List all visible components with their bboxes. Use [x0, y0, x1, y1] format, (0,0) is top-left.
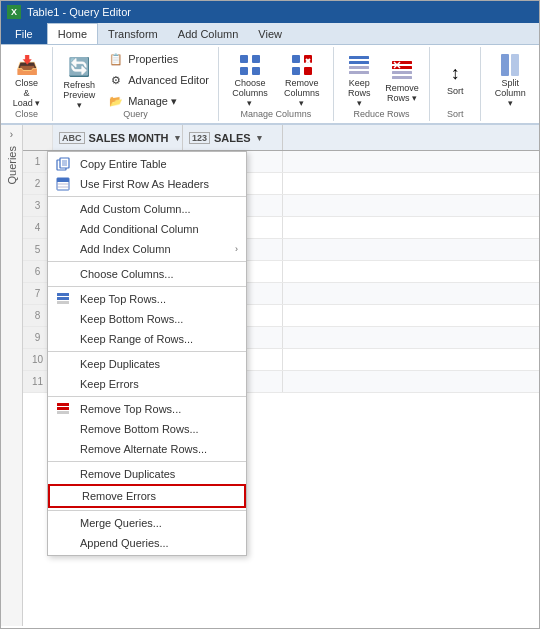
- sep3: [48, 286, 246, 287]
- tab-home[interactable]: Home: [47, 23, 98, 44]
- left-sidebar: › Queries: [1, 125, 23, 626]
- svg-rect-35: [57, 407, 69, 410]
- header-sales-month[interactable]: ABC SALES MONTH ▾: [53, 125, 183, 150]
- svg-rect-31: [57, 293, 69, 296]
- menu-copy-entire-table[interactable]: Copy Entire Table: [48, 154, 246, 174]
- remove-rows-button[interactable]: RemoveRows ▾: [381, 54, 423, 106]
- menu-add-custom-column[interactable]: Add Custom Column...: [48, 199, 246, 219]
- svg-rect-34: [57, 403, 69, 406]
- menu-append-queries-label: Append Queries...: [80, 537, 169, 549]
- menu-keep-bottom-rows[interactable]: Keep Bottom Rows...: [48, 309, 246, 329]
- choose-columns-button[interactable]: ChooseColumns ▾: [225, 49, 275, 111]
- split-column-button[interactable]: SplitColumn ▾: [487, 49, 533, 111]
- refresh-label: RefreshPreview ▾: [63, 81, 95, 111]
- svg-rect-6: [292, 67, 300, 75]
- menu-add-conditional-column[interactable]: Add Conditional Column: [48, 219, 246, 239]
- svg-rect-33: [57, 301, 69, 304]
- remove-rows-label: RemoveRows ▾: [385, 84, 419, 104]
- table-header: ABC SALES MONTH ▾ 123 SALES ▾: [23, 125, 539, 151]
- svg-rect-7: [304, 67, 312, 75]
- menu-add-conditional-column-label: Add Conditional Column: [80, 223, 199, 235]
- manage-label: Manage ▾: [128, 95, 177, 108]
- sales-type-badge: 123: [189, 132, 210, 144]
- manage-button[interactable]: 📂 Manage ▾: [104, 91, 213, 111]
- svg-rect-1: [252, 55, 260, 63]
- menu-remove-alternate-rows[interactable]: Remove Alternate Rows...: [48, 439, 246, 459]
- menu-use-first-row-headers-label: Use First Row As Headers: [80, 178, 209, 190]
- svg-rect-2: [240, 67, 248, 75]
- sort-button[interactable]: ↕ Sort: [436, 57, 474, 99]
- menu-add-index-column[interactable]: Add Index Column ›: [48, 239, 246, 259]
- menu-keep-errors[interactable]: Keep Errors: [48, 374, 246, 394]
- sales-month-dropdown[interactable]: ▾: [175, 133, 180, 143]
- properties-button[interactable]: 📋 Properties: [104, 49, 213, 69]
- menu-remove-top-rows[interactable]: Remove Top Rows...: [48, 399, 246, 419]
- menu-choose-columns[interactable]: Choose Columns...: [48, 264, 246, 284]
- remove-columns-button[interactable]: RemoveColumns ▾: [277, 49, 327, 111]
- menu-keep-range-of-rows-label: Keep Range of Rows...: [80, 333, 193, 345]
- header-row-num: [23, 125, 53, 150]
- menu-append-queries[interactable]: Append Queries...: [48, 533, 246, 553]
- svg-rect-28: [57, 178, 69, 182]
- reduce-rows-group-label: Reduce Rows: [354, 109, 410, 119]
- sales-month-header-label: SALES MONTH: [89, 132, 169, 144]
- tab-add-column[interactable]: Add Column: [168, 23, 249, 44]
- svg-rect-3: [252, 67, 260, 75]
- svg-rect-11: [349, 61, 369, 64]
- sep2: [48, 261, 246, 262]
- advanced-editor-button[interactable]: ⚙ Advanced Editor: [104, 70, 213, 90]
- choose-columns-icon: [236, 51, 264, 79]
- window-title: Table1 - Query Editor: [27, 6, 131, 18]
- choose-columns-label: ChooseColumns ▾: [230, 79, 270, 109]
- svg-rect-32: [57, 297, 69, 300]
- ribbon-tabs: File Home Transform Add Column View: [1, 23, 539, 45]
- menu-remove-bottom-rows[interactable]: Remove Bottom Rows...: [48, 419, 246, 439]
- menu-use-first-row-headers[interactable]: Use First Row As Headers: [48, 174, 246, 194]
- tab-view[interactable]: View: [248, 23, 292, 44]
- query-group-label: Query: [123, 109, 148, 119]
- advanced-editor-icon: ⚙: [108, 72, 124, 88]
- svg-rect-13: [349, 71, 369, 74]
- menu-keep-duplicates-label: Keep Duplicates: [80, 358, 160, 370]
- ribbon-group-manage-columns: ChooseColumns ▾ RemoveColumns ▾ Manage C…: [219, 47, 334, 121]
- remove-columns-label: RemoveColumns ▾: [282, 79, 322, 109]
- close-load-button[interactable]: 📥 Close &Load ▾: [7, 49, 46, 111]
- sales-dropdown[interactable]: ▾: [257, 133, 262, 143]
- sep4: [48, 351, 246, 352]
- sort-label: Sort: [447, 87, 464, 97]
- menu-copy-entire-table-label: Copy Entire Table: [80, 158, 167, 170]
- menu-add-custom-column-label: Add Custom Column...: [80, 203, 191, 215]
- ribbon-group-query: 🔄 RefreshPreview ▾ 📋 Properties ⚙ Advanc…: [53, 47, 219, 121]
- properties-label: Properties: [128, 53, 178, 65]
- svg-rect-17: [392, 76, 412, 79]
- split-column-label: SplitColumn ▾: [492, 79, 528, 109]
- copy-icon: [54, 155, 72, 173]
- keep-rows-button[interactable]: KeepRows ▾: [340, 49, 379, 111]
- menu-keep-duplicates[interactable]: Keep Duplicates: [48, 354, 246, 374]
- menu-keep-range-of-rows[interactable]: Keep Range of Rows...: [48, 329, 246, 349]
- remove-columns-icon: [288, 51, 316, 79]
- svg-rect-12: [349, 66, 369, 69]
- svg-rect-4: [292, 55, 300, 63]
- sales-month-type-badge: ABC: [59, 132, 85, 144]
- ribbon-group-reduce-rows: KeepRows ▾ RemoveRows ▾ Reduce Rows: [334, 47, 431, 121]
- menu-remove-errors[interactable]: Remove Errors: [48, 484, 246, 508]
- tab-transform[interactable]: Transform: [98, 23, 168, 44]
- header-icon: [54, 175, 72, 193]
- menu-remove-duplicates[interactable]: Remove Duplicates: [48, 464, 246, 484]
- sales-header-label: SALES: [214, 132, 251, 144]
- refresh-preview-button[interactable]: 🔄 RefreshPreview ▾: [58, 51, 100, 113]
- menu-keep-top-rows[interactable]: Keep Top Rows...: [48, 289, 246, 309]
- split-column-icon: [496, 51, 524, 79]
- header-sales[interactable]: 123 SALES ▾: [183, 125, 283, 150]
- tab-file[interactable]: File: [1, 23, 47, 44]
- menu-merge-queries[interactable]: Merge Queries...: [48, 513, 246, 533]
- sidebar-collapse-arrow[interactable]: ›: [10, 129, 13, 140]
- ribbon-group-sort: ↕ Sort Sort: [430, 47, 481, 121]
- sep5: [48, 396, 246, 397]
- menu-keep-top-rows-label: Keep Top Rows...: [80, 293, 166, 305]
- remove-rows-icon: [388, 56, 416, 84]
- menu-keep-errors-label: Keep Errors: [80, 378, 139, 390]
- sort-group-label: Sort: [447, 109, 464, 119]
- svg-rect-16: [392, 71, 412, 74]
